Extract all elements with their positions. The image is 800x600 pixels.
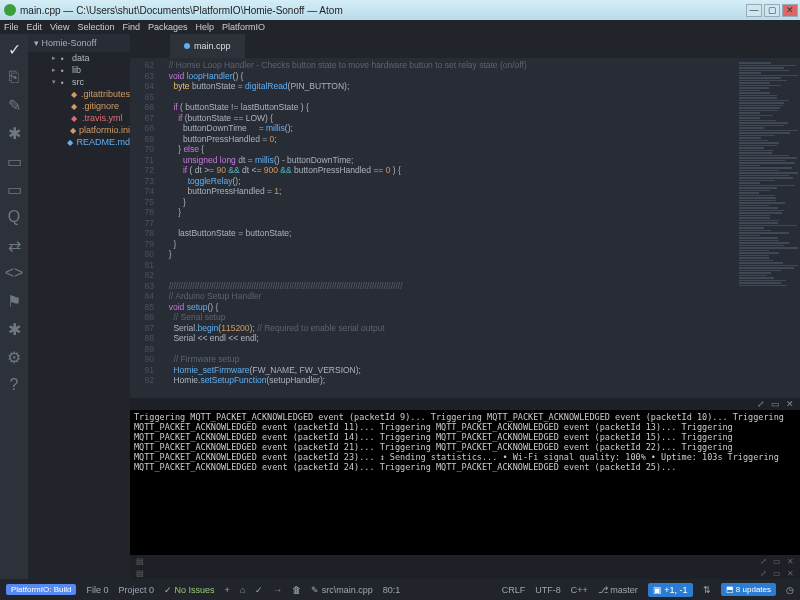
build-button[interactable]: PlatformIO: Build (6, 584, 76, 595)
window-title: main.cpp — C:\Users\shut\Documents\Platf… (20, 5, 343, 16)
modified-dot-icon (184, 43, 190, 49)
menu-help[interactable]: Help (195, 22, 214, 32)
pio-clean-icon[interactable]: 🗑 (292, 585, 301, 595)
expand-icon[interactable]: ⤢ (760, 569, 767, 578)
tree-item[interactable]: ◆platformio.ini (28, 124, 130, 136)
git-diff[interactable]: ▣ +1, -1 (648, 583, 693, 597)
pio-build-icon[interactable]: ✓ (255, 585, 263, 595)
tree-item[interactable]: ◆.gitattributes (28, 88, 130, 100)
dup-icon[interactable]: ▭ (773, 557, 781, 566)
pio-upload-icon[interactable]: → (273, 585, 282, 595)
activity-icon[interactable]: ▭ (7, 182, 21, 196)
activity-icon[interactable]: ▭ (7, 154, 21, 168)
activity-icon[interactable]: ⇄ (7, 238, 21, 252)
file-tree-sidebar: ▾ Homie-Sonoff ▸▪data▸▪lib▾▪src◆.gitattr… (28, 34, 130, 579)
editor[interactable]: 6263646566676869707172737475767778798081… (130, 58, 800, 398)
filepath: ✎ src\main.cpp (311, 585, 373, 595)
bottom-panels: ▤ ⤢▭✕ ▤ ⤢▭✕ (130, 555, 800, 579)
pio-home-icon[interactable]: ⌂ (240, 585, 245, 595)
menu-selection[interactable]: Selection (77, 22, 114, 32)
dup-icon[interactable]: ▭ (773, 569, 781, 578)
menu-find[interactable]: Find (122, 22, 140, 32)
minimize-button[interactable]: — (746, 4, 762, 17)
git-branch[interactable]: ⎇ master (598, 585, 638, 595)
terminal-output[interactable]: Triggering MQTT_PACKET_ACKNOWLEDGED even… (130, 410, 800, 555)
menu-file[interactable]: File (4, 22, 19, 32)
activity-icon[interactable]: ? (7, 378, 21, 392)
close-panel-icon[interactable]: ✕ (786, 399, 794, 409)
panel-icon[interactable]: ▤ (136, 569, 144, 578)
window-titlebar: main.cpp — C:\Users\shut\Documents\Platf… (0, 0, 800, 20)
tree-item[interactable]: ◆README.md (28, 136, 130, 148)
activity-icon[interactable]: <> (7, 266, 21, 280)
tree-item[interactable]: ◆.gitignore (28, 100, 130, 112)
activity-icon[interactable]: ⚑ (7, 294, 21, 308)
terminal-header: ⤢ ▭ ✕ (130, 398, 800, 410)
tree-item[interactable]: ▸▪data (28, 52, 130, 64)
status-bar: PlatformIO: Build File 0 Project 0 ✓ No … (0, 579, 800, 600)
project-issues[interactable]: Project 0 (119, 585, 155, 595)
menu-packages[interactable]: Packages (148, 22, 188, 32)
tab-label: main.cpp (194, 41, 231, 51)
atom-logo-icon (4, 4, 16, 16)
panel-icon[interactable]: ▤ (136, 557, 144, 566)
source-code[interactable]: // Homie Loop Handler - Checks button st… (160, 58, 800, 398)
menu-view[interactable]: View (50, 22, 69, 32)
file-issues[interactable]: File 0 (86, 585, 108, 595)
line-gutter: 6263646566676869707172737475767778798081… (130, 58, 160, 398)
activity-icon[interactable]: ✱ (7, 126, 21, 140)
settings-icon[interactable]: ◷ (786, 585, 794, 595)
line-ending[interactable]: CRLF (502, 585, 526, 595)
tree-item[interactable]: ▾▪src (28, 76, 130, 88)
language[interactable]: C++ (571, 585, 588, 595)
tab-main-cpp[interactable]: main.cpp (170, 34, 245, 58)
project-name: Homie-Sonoff (42, 38, 97, 48)
project-root[interactable]: ▾ Homie-Sonoff (28, 34, 130, 52)
tab-bar: main.cpp (130, 34, 800, 58)
tree-item[interactable]: ◆.travis.yml (28, 112, 130, 124)
menu-platformio[interactable]: PlatformIO (222, 22, 265, 32)
close-icon[interactable]: ✕ (787, 557, 794, 566)
activity-bar: ✓⎘✎✱▭▭Q⇄<>⚑✱⚙? (0, 34, 28, 579)
maximize-button[interactable]: ▢ (764, 4, 780, 17)
activity-icon[interactable]: ⎘ (7, 70, 21, 84)
git-fetch-icon[interactable]: ⇅ (703, 585, 711, 595)
expand-icon[interactable]: ⤢ (760, 557, 767, 566)
caret-icon: ▾ (34, 38, 42, 48)
collapse-icon[interactable]: ⤢ (757, 399, 765, 409)
close-button[interactable]: ✕ (782, 4, 798, 17)
no-issues[interactable]: ✓ No Issues (164, 585, 215, 595)
activity-icon[interactable]: ✎ (7, 98, 21, 112)
tree-item[interactable]: ▸▪lib (28, 64, 130, 76)
updates-badge[interactable]: ⬒ 8 updates (721, 583, 776, 596)
menu-bar: FileEditViewSelectionFindPackagesHelpPla… (0, 20, 800, 34)
activity-icon[interactable]: Q (7, 210, 21, 224)
activity-icon[interactable]: ✱ (7, 322, 21, 336)
pio-new-icon[interactable]: + (225, 585, 230, 595)
close-icon[interactable]: ✕ (787, 569, 794, 578)
activity-icon[interactable]: ✓ (7, 42, 21, 56)
cursor-pos[interactable]: 80:1 (383, 585, 401, 595)
menu-edit[interactable]: Edit (27, 22, 43, 32)
minimap[interactable] (735, 58, 800, 378)
activity-icon[interactable]: ⚙ (7, 350, 21, 364)
encoding[interactable]: UTF-8 (535, 585, 561, 595)
split-icon[interactable]: ▭ (771, 399, 780, 409)
